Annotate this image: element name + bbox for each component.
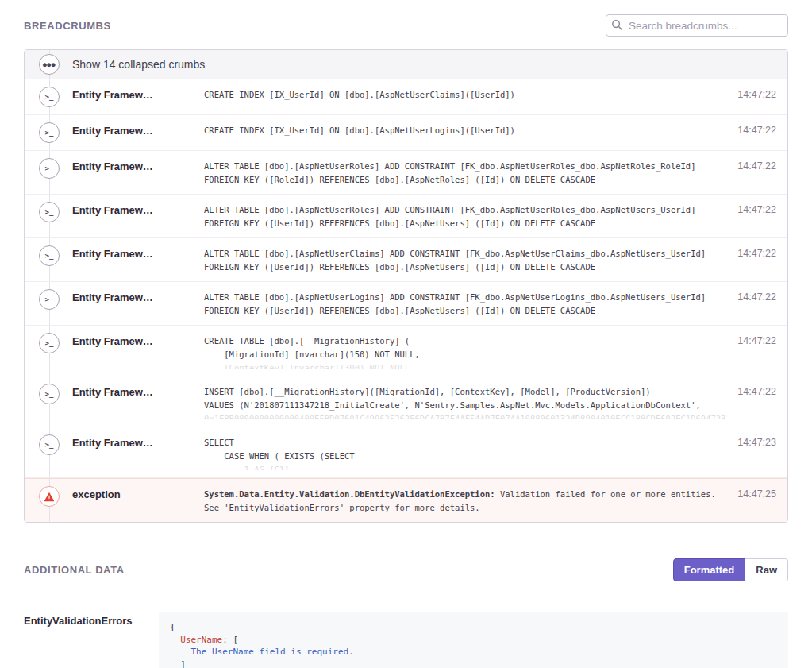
crumb-message: ALTER TABLE [dbo].[AspNetUserLogins] ADD… bbox=[204, 289, 727, 318]
crumb-icon-column: >_ bbox=[25, 122, 72, 143]
warning-icon bbox=[39, 486, 60, 507]
crumb-timestamp: 14:47:22 bbox=[727, 158, 776, 172]
crumb-message: CREATE INDEX [IX_UserId] ON [dbo].[AspNe… bbox=[204, 122, 727, 137]
entry-code-block: { UserName: [ The UserName field is requ… bbox=[159, 612, 788, 668]
crumb-category: Entity Framew… bbox=[72, 384, 204, 398]
terminal-icon: >_ bbox=[39, 384, 60, 404]
crumb-icon-column: >_ bbox=[25, 245, 72, 266]
terminal-icon: >_ bbox=[39, 289, 60, 310]
breadcrumbs-search bbox=[606, 14, 788, 37]
crumb-category: Entity Framew… bbox=[72, 434, 204, 449]
breadcrumb-row: >_Entity Framew…CREATE INDEX [IX_UserId]… bbox=[25, 115, 787, 151]
event-detail-page: BREADCRUMBS ●●● Show 14 collapsed crumbs… bbox=[0, 0, 812, 668]
breadcrumbs-panel: ●●● Show 14 collapsed crumbs >_Entity Fr… bbox=[24, 49, 788, 523]
crumb-category: Entity Framew… bbox=[72, 87, 204, 101]
crumb-category: Entity Framew… bbox=[72, 158, 204, 172]
crumb-icon-column: >_ bbox=[25, 384, 72, 404]
faded-line: 1 AS [C1] bbox=[204, 463, 727, 470]
crumb-icon-column: >_ bbox=[25, 434, 72, 455]
crumb-message: ALTER TABLE [dbo].[AspNetUserRoles] ADD … bbox=[204, 202, 727, 230]
formatted-toggle-button[interactable]: Formatted bbox=[673, 558, 746, 581]
crumb-message: ALTER TABLE [dbo].[AspNetUserClaims] ADD… bbox=[204, 245, 727, 274]
crumb-timestamp: 14:47:22 bbox=[727, 384, 776, 397]
crumb-message: ALTER TABLE [dbo].[AspNetUserRoles] ADD … bbox=[204, 158, 727, 187]
breadcrumb-list: >_Entity Framew…CREATE INDEX [IX_UserId]… bbox=[25, 79, 787, 522]
terminal-icon: >_ bbox=[39, 245, 60, 266]
terminal-icon: >_ bbox=[39, 122, 60, 143]
breadcrumbs-header: BREADCRUMBS bbox=[24, 14, 788, 37]
crumb-icon-column: >_ bbox=[25, 202, 72, 222]
breadcrumb-row: >_Entity Framew…SELECT CASE WHEN ( EXIST… bbox=[25, 427, 787, 478]
crumb-category: Entity Framew… bbox=[72, 333, 204, 347]
search-input[interactable] bbox=[606, 14, 788, 37]
crumb-timestamp: 14:47:22 bbox=[727, 333, 776, 346]
raw-toggle-button[interactable]: Raw bbox=[745, 558, 788, 581]
breadcrumbs-title: BREADCRUMBS bbox=[24, 20, 111, 32]
breadcrumb-row: >_Entity Framew…ALTER TABLE [dbo].[AspNe… bbox=[25, 151, 787, 195]
crumb-icon-column: >_ bbox=[25, 333, 72, 353]
breadcrumb-row: >_Entity Framew…ALTER TABLE [dbo].[AspNe… bbox=[25, 238, 787, 282]
crumb-timestamp: 14:47:22 bbox=[727, 289, 776, 303]
breadcrumb-row: >_Entity Framew…ALTER TABLE [dbo].[AspNe… bbox=[25, 195, 787, 238]
crumb-timestamp: 14:47:25 bbox=[727, 486, 776, 500]
crumb-timestamp: 14:47:22 bbox=[727, 87, 776, 100]
crumb-icon-column: ●●● bbox=[25, 54, 72, 75]
entry-key: EntityValidationErrors bbox=[24, 612, 159, 627]
crumb-icon-column bbox=[25, 486, 72, 507]
crumb-icon-column: >_ bbox=[25, 289, 72, 310]
crumb-category: Entity Framew… bbox=[72, 122, 204, 137]
view-toggle-group: Formatted Raw bbox=[673, 558, 788, 581]
breadcrumb-row: >_Entity Framew…CREATE TABLE [dbo].[__Mi… bbox=[25, 326, 787, 376]
crumb-category: Entity Framew… bbox=[72, 245, 204, 260]
section-divider bbox=[0, 539, 812, 539]
ellipsis-icon: ●●● bbox=[39, 54, 60, 75]
crumb-message: CREATE INDEX [IX_UserId] ON [dbo].[AspNe… bbox=[204, 87, 727, 102]
additional-data-entry: EntityValidationErrors{ UserName: [ The … bbox=[24, 612, 788, 668]
crumb-category: exception bbox=[72, 486, 204, 500]
terminal-icon: >_ bbox=[39, 434, 60, 455]
terminal-icon: >_ bbox=[39, 202, 60, 222]
crumb-message: SELECT CASE WHEN ( EXISTS (SELECT 1 AS [… bbox=[204, 434, 727, 470]
crumb-timestamp: 14:47:23 bbox=[727, 434, 776, 448]
terminal-icon: >_ bbox=[39, 87, 60, 107]
crumb-icon-column: >_ bbox=[25, 158, 72, 179]
additional-data-header: ADDITIONAL DATA Formatted Raw bbox=[24, 558, 788, 581]
crumb-icon-column: >_ bbox=[25, 87, 72, 107]
crumb-category: Entity Framew… bbox=[72, 289, 204, 303]
breadcrumb-row: >_Entity Framew…INSERT [dbo].[__Migratio… bbox=[25, 376, 787, 427]
collapsed-crumbs-label: Show 14 collapsed crumbs bbox=[72, 58, 205, 71]
additional-data-entries: EntityValidationErrors{ UserName: [ The … bbox=[24, 612, 788, 668]
additional-data-title: ADDITIONAL DATA bbox=[24, 564, 125, 576]
crumb-timestamp: 14:47:22 bbox=[727, 202, 776, 215]
faded-line: 0x1F8B0800000000000400E5BD07601C49962526… bbox=[204, 412, 727, 419]
breadcrumb-row: exceptionSystem.Data.Entity.Validation.D… bbox=[25, 478, 787, 522]
terminal-icon: >_ bbox=[39, 333, 60, 353]
crumb-message: CREATE TABLE [dbo].[__MigrationHistory] … bbox=[204, 333, 727, 369]
faded-line: [ContextKey] [nvarchar](300) NOT NULL, bbox=[204, 361, 727, 369]
breadcrumb-row: >_Entity Framew…CREATE INDEX [IX_UserId]… bbox=[25, 79, 787, 115]
crumb-message: System.Data.Entity.Validation.DbEntityVa… bbox=[204, 486, 727, 515]
crumb-timestamp: 14:47:22 bbox=[727, 245, 776, 259]
crumb-timestamp: 14:47:22 bbox=[727, 122, 776, 136]
crumb-message: INSERT [dbo].[__MigrationHistory]([Migra… bbox=[204, 384, 727, 419]
breadcrumb-row: >_Entity Framew…ALTER TABLE [dbo].[AspNe… bbox=[25, 282, 787, 326]
show-collapsed-crumbs-button[interactable]: ●●● Show 14 collapsed crumbs bbox=[25, 50, 787, 79]
terminal-icon: >_ bbox=[39, 158, 60, 179]
crumb-category: Entity Framew… bbox=[72, 202, 204, 216]
search-icon bbox=[611, 19, 623, 34]
